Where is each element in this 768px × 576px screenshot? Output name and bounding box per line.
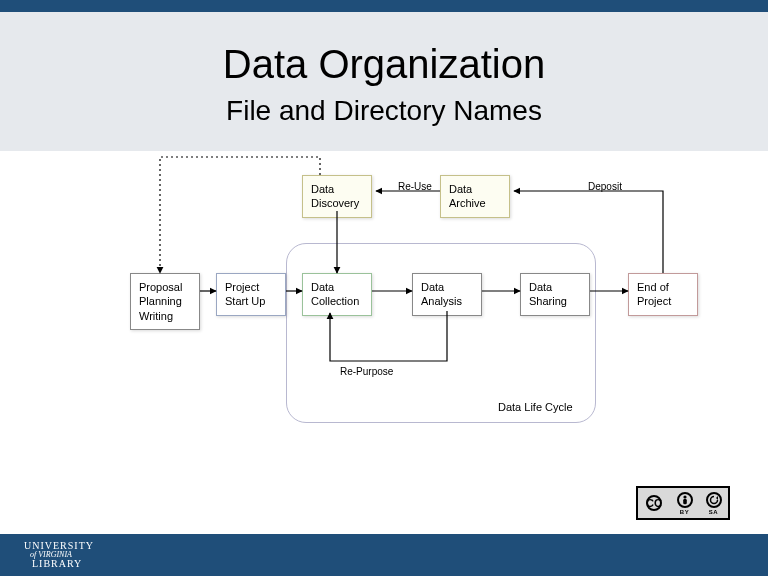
uva-library-logo: UNIVERSITY of VIRGINIA LIBRARY	[24, 541, 94, 569]
cc-license-badge: CC BY SA	[636, 486, 730, 520]
lifecycle-label: Data Life Cycle	[498, 401, 573, 413]
lifecycle-group	[286, 243, 596, 423]
flow-diagram: Data Life Cycle Data Discovery Data Arch…	[0, 151, 768, 481]
cc-by: BY	[670, 488, 699, 518]
slide-header: Data Organization File and Directory Nam…	[0, 12, 768, 151]
footer-bar: UNIVERSITY of VIRGINIA LIBRARY	[0, 534, 768, 576]
node-data-archive: Data Archive	[440, 175, 510, 218]
sharealike-icon	[706, 492, 722, 508]
cc-sa: SA	[699, 488, 728, 518]
slide-title: Data Organization	[0, 42, 768, 87]
slide-subtitle: File and Directory Names	[0, 95, 768, 127]
node-data-sharing: Data Sharing	[520, 273, 590, 316]
edge-label-repurpose: Re-Purpose	[340, 366, 393, 377]
cc-logo: CC	[638, 488, 670, 518]
node-data-collection: Data Collection	[302, 273, 372, 316]
person-icon	[677, 492, 693, 508]
svg-point-7	[683, 495, 686, 498]
cc-icon: CC	[646, 495, 662, 511]
edge-label-reuse: Re-Use	[398, 181, 432, 192]
edge-label-deposit: Deposit	[588, 181, 622, 192]
svg-rect-8	[683, 498, 687, 504]
top-accent-bar	[0, 0, 768, 12]
node-data-discovery: Data Discovery	[302, 175, 372, 218]
node-project-startup: Project Start Up	[216, 273, 286, 316]
node-end-of-project: End of Project	[628, 273, 698, 316]
node-data-analysis: Data Analysis	[412, 273, 482, 316]
node-proposal: Proposal Planning Writing	[130, 273, 200, 330]
